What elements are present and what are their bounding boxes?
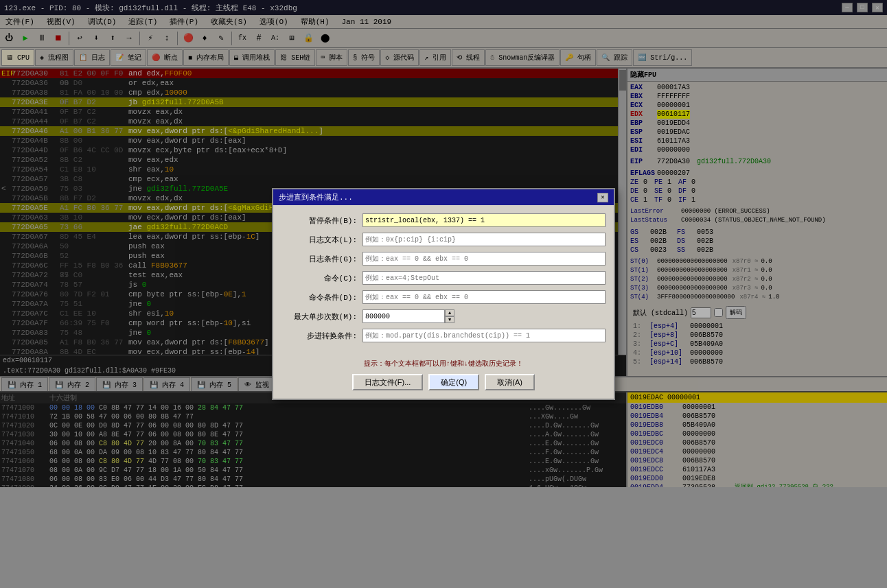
stepcount-up[interactable]: ▲ xyxy=(445,309,454,316)
form-row-pause: 暂停条件(B): xyxy=(281,213,606,227)
pause-condition-input[interactable] xyxy=(362,213,606,227)
modal-buttons: 日志文件(F)... 确定(Q) 取消(A) xyxy=(281,374,606,390)
cmd-condition-input[interactable] xyxy=(362,290,606,304)
stepcount-wrap: ▲ ▼ xyxy=(362,309,454,323)
steptransfer-label: 步进转换条件: xyxy=(281,331,357,341)
step-transfer-input[interactable] xyxy=(362,329,606,342)
stepcount-down[interactable]: ▼ xyxy=(445,316,454,323)
modal-dialog: 步进直到条件满足... ✕ 暂停条件(B): 日志文本(L): 日志条件(G):… xyxy=(272,188,615,400)
form-row-cmd: 命令(C): xyxy=(281,271,606,285)
modal-overlay: 步进直到条件满足... ✕ 暂停条件(B): 日志文本(L): 日志条件(G):… xyxy=(0,0,887,588)
log-condition-input[interactable] xyxy=(362,252,606,266)
log-file-button[interactable]: 日志文件(F)... xyxy=(352,374,423,390)
command-input[interactable] xyxy=(362,271,606,285)
pause-label: 暂停条件(B): xyxy=(281,215,357,226)
cmd-label: 命令(C): xyxy=(281,273,357,283)
modal-footer: 提示：每个文本框都可以用↑键和↓键选取历史记录！ 日志文件(F)... 确定(Q… xyxy=(273,356,614,399)
form-row-logtext: 日志文本(L): xyxy=(281,233,606,246)
form-row-cmdcond: 命令条件(D): xyxy=(281,290,606,304)
form-row-steptransfer: 步进转换条件: xyxy=(281,329,606,342)
cancel-button[interactable]: 取消(A) xyxy=(485,374,535,390)
max-steps-label: 最大单步次数(M): xyxy=(281,311,357,322)
stepcount-arrows: ▲ ▼ xyxy=(445,309,454,323)
confirm-button[interactable]: 确定(Q) xyxy=(428,374,479,390)
log-text-input[interactable] xyxy=(362,233,606,246)
modal-body: 暂停条件(B): 日志文本(L): 日志条件(G): 命令(C): 命令条件(D… xyxy=(273,205,614,356)
modal-hint: 提示：每个文本框都可以用↑键和↓键选取历史记录！ xyxy=(281,359,606,368)
logcond-label: 日志条件(G): xyxy=(281,254,357,264)
modal-title-bar: 步进直到条件满足... ✕ xyxy=(273,189,614,205)
modal-title: 步进直到条件满足... xyxy=(279,192,353,202)
max-steps-input[interactable] xyxy=(362,309,445,323)
cmdcond-label: 命令条件(D): xyxy=(281,292,357,303)
logtext-label: 日志文本(L): xyxy=(281,235,357,245)
form-row-logcond: 日志条件(G): xyxy=(281,252,606,266)
max-steps-row: 最大单步次数(M): ▲ ▼ xyxy=(281,309,606,323)
modal-close-button[interactable]: ✕ xyxy=(597,193,608,202)
